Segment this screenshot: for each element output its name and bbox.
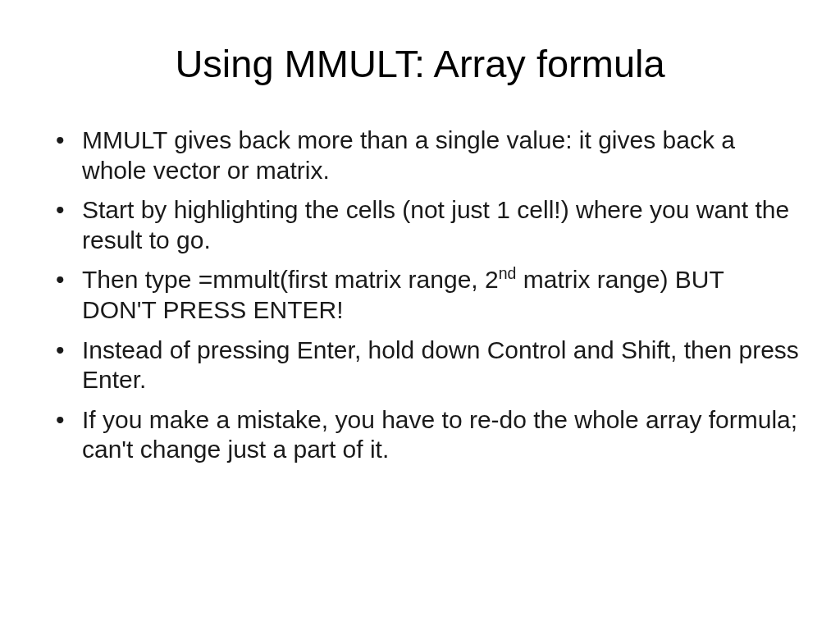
list-item: Instead of pressing Enter, hold down Con…: [56, 336, 799, 395]
bullet-list: MMULT gives back more than a single valu…: [41, 126, 799, 465]
superscript: nd: [499, 264, 517, 282]
bullet-text-prefix: Then type =mmult(first matrix range, 2: [82, 266, 499, 293]
list-item: Then type =mmult(first matrix range, 2nd…: [56, 265, 799, 325]
list-item: MMULT gives back more than a single valu…: [56, 126, 799, 185]
slide-title: Using MMULT: Array formula: [41, 41, 799, 86]
list-item: Start by highlighting the cells (not jus…: [56, 195, 799, 255]
list-item: If you make a mistake, you have to re-do…: [56, 405, 799, 465]
